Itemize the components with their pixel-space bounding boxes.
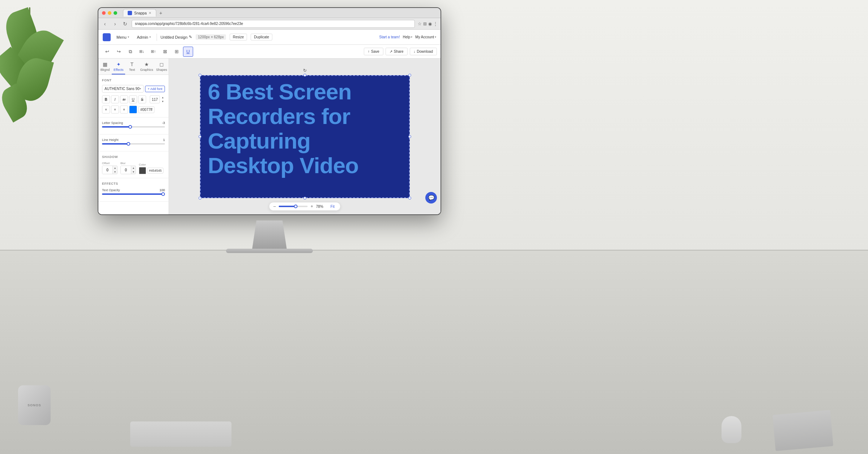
font-size-down[interactable]: ▼ <box>161 99 165 103</box>
imac-stand <box>248 220 291 249</box>
zoom-fit-button[interactable]: Fit <box>329 205 336 209</box>
handle-bot-right[interactable] <box>408 197 411 200</box>
text-opacity-value: 100 <box>159 188 165 192</box>
shadow-color-swatch[interactable] <box>139 167 146 174</box>
letter-spacing-thumb[interactable] <box>128 125 132 129</box>
tab-text[interactable]: T Text <box>125 59 139 74</box>
url-bar[interactable]: snappa.com/app/graphic/728b8c6b-f281-4ca… <box>132 20 415 28</box>
save-button[interactable]: ↑ Save <box>364 48 383 55</box>
text-color-label[interactable]: #0077ff <box>138 106 154 113</box>
design-size: 1200px × 628px <box>196 34 226 40</box>
bold-italic-button[interactable]: BI <box>120 95 128 103</box>
underline-format-icon: U <box>132 98 134 102</box>
letter-spacing-track[interactable] <box>102 126 165 128</box>
bold-button[interactable]: B <box>102 95 110 103</box>
delete-button[interactable]: ⊠ <box>160 47 170 57</box>
zoom-slider[interactable] <box>279 206 308 207</box>
zoom-out-button[interactable]: – <box>273 204 276 209</box>
handle-bot-left[interactable] <box>199 197 201 200</box>
star-icon[interactable]: ☆ <box>418 21 422 26</box>
forward-button[interactable]: › <box>111 20 119 27</box>
handle-mid-left[interactable] <box>199 135 201 138</box>
refresh-button[interactable]: ↻ <box>122 20 129 27</box>
tab-graphics[interactable]: ★ Graphics <box>139 59 154 74</box>
tab-shapes[interactable]: ◻ Shapes <box>154 59 169 74</box>
align-left-button[interactable]: ≡ <box>102 106 110 113</box>
imac-screen: Snappa ✕ + ‹ › ↻ snappa.com/app/graphic/… <box>98 7 441 215</box>
text-opacity-thumb[interactable] <box>161 192 165 196</box>
handle-top-right[interactable] <box>408 74 411 77</box>
blur-down[interactable]: ▼ <box>131 170 136 174</box>
rotate-handle[interactable]: ↻ <box>303 68 307 73</box>
italic-button[interactable]: I <box>111 95 119 103</box>
resize-button[interactable]: Resize <box>230 34 247 40</box>
zoom-thumb[interactable] <box>294 205 297 208</box>
line-height-track[interactable] <box>102 143 165 145</box>
redo-button[interactable]: ↪ <box>114 47 124 57</box>
extension-icon[interactable]: ⊞ <box>423 21 427 26</box>
align-right-button[interactable]: ≡ <box>120 106 128 113</box>
grid-icon: ⊞ <box>175 49 179 54</box>
canvas-area[interactable]: ↻ 6 Best Screen Recorders for Capturing … <box>169 59 441 214</box>
grid-button[interactable]: ⊞ <box>171 47 182 57</box>
handle-top-left[interactable] <box>199 74 201 77</box>
help-button[interactable]: Help ▾ <box>403 35 413 39</box>
copy-button[interactable]: ⧉ <box>125 47 135 57</box>
blur-arrows: ▲ ▼ <box>131 166 136 174</box>
duplicate-button[interactable]: Duplicate <box>251 34 272 40</box>
profile-icon[interactable]: ◉ <box>428 21 432 26</box>
strikethrough-button[interactable]: S <box>138 95 146 103</box>
blur-up[interactable]: ▲ <box>131 166 136 170</box>
traffic-light-maximize[interactable] <box>114 11 117 15</box>
menu-button[interactable]: Menu ▾ <box>114 34 131 41</box>
share-button[interactable]: ↗ Share <box>386 48 408 55</box>
admin-button[interactable]: Admin ▾ <box>135 34 153 41</box>
back-button[interactable]: ‹ <box>101 20 109 27</box>
font-selector: AUTHENTIC Sans 90 ▾ + Add font <box>102 85 165 93</box>
offset-down[interactable]: ▼ <box>113 170 117 174</box>
text-opacity-track[interactable] <box>102 193 165 195</box>
notebook <box>773 410 833 451</box>
handle-bot-center[interactable] <box>303 197 306 200</box>
underline-format-button[interactable]: U <box>129 95 137 103</box>
download-button[interactable]: ↓ Download <box>410 48 437 55</box>
my-account-button[interactable]: My Account ▾ <box>415 35 436 39</box>
undo-button[interactable]: ↩ <box>102 47 112 57</box>
browser-tab[interactable]: Snappa ✕ <box>123 9 156 17</box>
font-dropdown-chevron: ▾ <box>140 87 141 90</box>
align-center-button[interactable]: ≡ <box>111 106 119 113</box>
blur-input[interactable] <box>121 166 131 174</box>
offset-up[interactable]: ▲ <box>113 166 117 170</box>
letter-spacing-fill <box>102 126 130 128</box>
add-font-button[interactable]: + Add font <box>145 86 165 92</box>
line-height-thumb[interactable] <box>127 142 130 146</box>
chat-button[interactable]: 💬 <box>425 192 437 204</box>
ungroup-icon: ⊞↑ <box>151 49 156 54</box>
imac-wrapper: Snappa ✕ + ‹ › ↻ snappa.com/app/graphic/… <box>98 7 441 260</box>
canvas-frame[interactable]: 6 Best Screen Recorders for Capturing De… <box>200 75 410 198</box>
text-color-swatch[interactable] <box>129 106 137 113</box>
effects-label: Effects <box>102 182 165 185</box>
share-icon: ↗ <box>390 50 392 53</box>
tab-close-btn[interactable]: ✕ <box>149 11 152 15</box>
font-dropdown[interactable]: AUTHENTIC Sans 90 ▾ <box>102 85 144 93</box>
traffic-light-minimize[interactable] <box>108 11 111 15</box>
font-size-input[interactable] <box>150 95 160 103</box>
font-size-up[interactable]: ▲ <box>161 95 165 99</box>
start-team-button[interactable]: Start a team! <box>379 35 400 39</box>
more-icon[interactable]: ⋮ <box>433 21 438 26</box>
new-tab-button[interactable]: + <box>158 10 163 16</box>
zoom-in-button[interactable]: + <box>311 204 313 209</box>
group-button[interactable]: ⊞↓ <box>137 47 147 57</box>
traffic-light-close[interactable] <box>102 11 106 15</box>
tab-effects[interactable]: ✦ Effects <box>112 59 125 74</box>
underline-toolbar-button[interactable]: U <box>183 47 193 57</box>
ungroup-button[interactable]: ⊞↑ <box>148 47 158 57</box>
handle-top-center[interactable] <box>303 74 306 77</box>
handle-mid-right[interactable] <box>408 135 411 138</box>
shadow-color-hex[interactable]: #454545 <box>147 168 163 174</box>
tab-bkgnd[interactable]: ▦ Bkgnd <box>98 59 112 74</box>
url-text: snappa.com/app/graphic/728b8c6b-f281-4ca… <box>135 22 243 26</box>
edit-icon[interactable]: ✎ <box>189 35 192 39</box>
offset-input[interactable] <box>102 166 112 174</box>
